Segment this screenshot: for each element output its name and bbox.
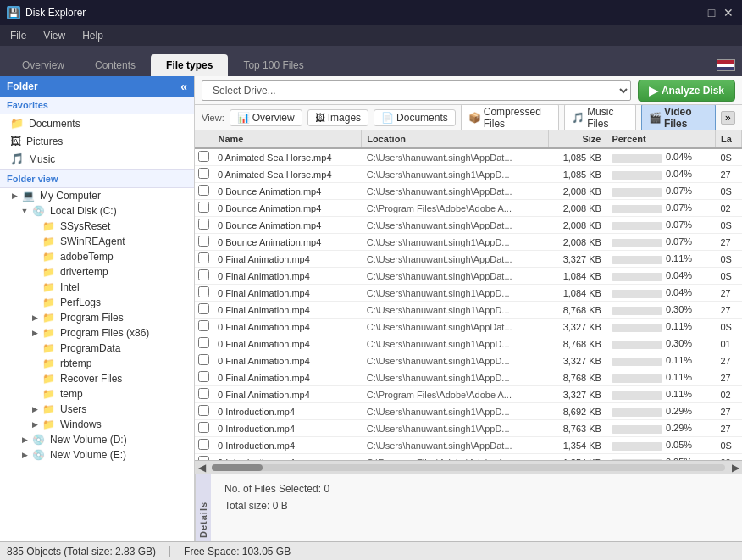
tab-file-types[interactable]: File types bbox=[151, 54, 228, 76]
cell-size: 2,008 KB bbox=[548, 183, 606, 200]
tree-item[interactable]: ▶💿New Volume (D:) bbox=[0, 432, 194, 447]
menu-item-help[interactable]: Help bbox=[79, 28, 107, 43]
th-last[interactable]: La bbox=[715, 130, 741, 148]
row-checkbox[interactable] bbox=[198, 320, 209, 331]
cell-size: 3,327 KB bbox=[548, 352, 606, 369]
analyze-disk-button[interactable]: ▶ Analyze Disk bbox=[638, 80, 735, 102]
tree-item[interactable]: 📁temp bbox=[0, 386, 194, 402]
th-name[interactable]: Name bbox=[213, 130, 362, 148]
cell-size: 8,768 KB bbox=[548, 302, 606, 319]
tree-item[interactable]: 📁ProgramData bbox=[0, 341, 194, 356]
table-row[interactable]: 0 Final Animation.mp4 C:\Users\hanuwant.… bbox=[195, 285, 742, 302]
row-checkbox[interactable] bbox=[198, 219, 209, 230]
table-row[interactable]: 0 Introduction.mp4 C:\Users\hanuwant.sin… bbox=[195, 403, 742, 420]
hscroll-track[interactable] bbox=[212, 464, 725, 471]
view-tab-documents[interactable]: 📄 Documents bbox=[374, 109, 456, 126]
table-row[interactable]: 0 Final Animation.mp4 C:\Users\hanuwant.… bbox=[195, 302, 742, 319]
tree-item[interactable]: 📁PerfLogs bbox=[0, 295, 194, 310]
table-row[interactable]: 0 Animated Sea Horse.mp4 C:\Users\hanuwa… bbox=[195, 148, 742, 166]
view-tab-music[interactable]: 🎵 Music Files bbox=[564, 105, 636, 130]
percent-bar-bg bbox=[612, 290, 662, 298]
music-icon: 🎵 bbox=[10, 152, 24, 165]
tree-item[interactable]: 📁SWinREAgent bbox=[0, 234, 194, 249]
tree-item[interactable]: 📁rbtemp bbox=[0, 356, 194, 371]
tree-item[interactable]: ▶💿New Volume (E:) bbox=[0, 447, 194, 463]
tab-contents[interactable]: Contents bbox=[80, 54, 151, 76]
horizontal-scrollbar[interactable]: ◀ ▶ bbox=[195, 460, 742, 474]
row-checkbox[interactable] bbox=[198, 286, 209, 297]
table-row[interactable]: 0 Bounce Animation.mp4 C:\Users\hanuwant… bbox=[195, 217, 742, 234]
row-checkbox[interactable] bbox=[198, 303, 209, 314]
row-checkbox[interactable] bbox=[198, 405, 209, 416]
tab-top100files[interactable]: Top 100 Files bbox=[228, 54, 318, 76]
row-checkbox[interactable] bbox=[198, 269, 209, 280]
tree-item[interactable]: 📁SSysReset bbox=[0, 219, 194, 234]
view-tab-more-button[interactable]: » bbox=[721, 111, 735, 125]
table-row[interactable]: 0 Introduction.mp4 C:\Users\hanuwant.sin… bbox=[195, 420, 742, 437]
table-row[interactable]: 0 Bounce Animation.mp4 C:\Program Files\… bbox=[195, 200, 742, 217]
row-checkbox[interactable] bbox=[198, 236, 209, 247]
tree-item[interactable]: ▶📁Program Files (x86) bbox=[0, 325, 194, 341]
tree-item[interactable]: ▶📁Users bbox=[0, 402, 194, 417]
tree-item[interactable]: 📁Intel bbox=[0, 280, 194, 295]
row-checkbox[interactable] bbox=[198, 337, 209, 348]
row-checkbox[interactable] bbox=[198, 371, 209, 382]
drive-select[interactable]: Select Drive... bbox=[202, 80, 631, 101]
tree-item[interactable]: 📁Recover Files bbox=[0, 371, 194, 386]
th-location[interactable]: Location bbox=[362, 130, 548, 148]
tree-item-label: Recover Files bbox=[60, 373, 122, 385]
tab-overview[interactable]: Overview bbox=[7, 54, 80, 76]
language-flag[interactable] bbox=[717, 59, 735, 71]
view-tab-overview[interactable]: 📊 Overview bbox=[230, 109, 302, 126]
cell-last: 27 bbox=[715, 352, 741, 369]
tree-item[interactable]: ▼💿Local Disk (C:) bbox=[0, 203, 194, 219]
row-checkbox[interactable] bbox=[198, 185, 209, 196]
row-checkbox[interactable] bbox=[198, 439, 209, 450]
table-row[interactable]: 0 Final Animation.mp4 C:\Users\hanuwant.… bbox=[195, 251, 742, 268]
sidebar-collapse-button[interactable]: « bbox=[180, 80, 187, 93]
table-row[interactable]: 0 Bounce Animation.mp4 C:\Users\hanuwant… bbox=[195, 234, 742, 251]
tree-item[interactable]: 📁drivertemp bbox=[0, 264, 194, 280]
tree-item[interactable]: ▶💻My Computer bbox=[0, 188, 194, 203]
sidebar-item-music[interactable]: 🎵 Music bbox=[0, 150, 194, 168]
cell-last: 27 bbox=[715, 369, 741, 386]
table-row[interactable]: 0 Animated Sea Horse.mp4 C:\Users\hanuwa… bbox=[195, 166, 742, 183]
sidebar-item-pictures[interactable]: 🖼 Pictures bbox=[0, 132, 194, 150]
tree-item[interactable]: ▶📁Program Files bbox=[0, 310, 194, 325]
row-checkbox[interactable] bbox=[198, 388, 209, 399]
menu-item-view[interactable]: View bbox=[40, 28, 69, 43]
menu-item-file[interactable]: File bbox=[7, 28, 30, 43]
close-button[interactable]: ✕ bbox=[722, 6, 735, 19]
sidebar-item-documents[interactable]: 📁 Documents bbox=[0, 114, 194, 132]
row-checkbox[interactable] bbox=[198, 151, 209, 162]
table-row[interactable]: 0 Final Animation.mp4 C:\Program Files\A… bbox=[195, 386, 742, 403]
row-checkbox[interactable] bbox=[198, 354, 209, 365]
tree-item[interactable]: 📁adobeTemp bbox=[0, 249, 194, 264]
view-tab-images[interactable]: 🖼 Images bbox=[307, 109, 368, 126]
table-row[interactable]: 0 Final Animation.mp4 C:\Users\hanuwant.… bbox=[195, 369, 742, 386]
tree-item[interactable]: ▶📁Windows bbox=[0, 417, 194, 432]
hscroll-right-arrow[interactable]: ▶ bbox=[728, 462, 742, 474]
table-row[interactable]: 0 Bounce Animation.mp4 C:\Users\hanuwant… bbox=[195, 183, 742, 200]
hscroll-thumb[interactable] bbox=[212, 464, 263, 471]
minimize-button[interactable]: — bbox=[688, 6, 701, 19]
table-row[interactable]: 0 Final Animation.mp4 C:\Users\hanuwant.… bbox=[195, 352, 742, 369]
row-checkbox[interactable] bbox=[198, 202, 209, 213]
hscroll-left-arrow[interactable]: ◀ bbox=[195, 462, 208, 474]
row-checkbox[interactable] bbox=[198, 422, 209, 433]
row-checkbox[interactable] bbox=[198, 252, 209, 263]
table-row[interactable]: 0 Final Animation.mp4 C:\Users\hanuwant.… bbox=[195, 268, 742, 285]
cell-last: 0S bbox=[715, 268, 741, 285]
th-percent[interactable]: Percent bbox=[606, 130, 716, 148]
table-row[interactable]: 0 Final Animation.mp4 C:\Users\hanuwant.… bbox=[195, 335, 742, 352]
view-tab-compressed[interactable]: 📦 Compressed Files bbox=[461, 105, 559, 130]
table-row[interactable]: 0 Introduction.mp4 C:\Program Files\Adob… bbox=[195, 454, 742, 461]
table-row[interactable]: 0 Introduction.mp4 C:\Users\hanuwant.sin… bbox=[195, 437, 742, 454]
th-size[interactable]: Size bbox=[548, 130, 606, 148]
row-checkbox[interactable] bbox=[198, 168, 209, 179]
table-row[interactable]: 0 Final Animation.mp4 C:\Users\hanuwant.… bbox=[195, 319, 742, 335]
details-tab[interactable]: Details bbox=[195, 474, 211, 541]
view-tab-video[interactable]: 🎬 Video Files bbox=[641, 105, 716, 130]
maximize-button[interactable]: □ bbox=[705, 6, 718, 19]
pictures-icon: 🖼 bbox=[10, 135, 21, 147]
